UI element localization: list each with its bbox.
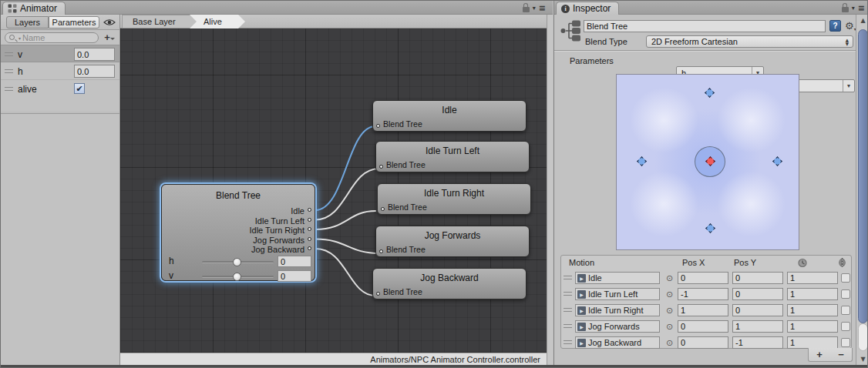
input-port-icon[interactable] <box>376 124 380 128</box>
mirror-checkbox[interactable] <box>841 338 850 347</box>
inspector-tab[interactable]: i Inspector <box>556 2 619 15</box>
blend-tree-name-input[interactable]: Blend Tree <box>584 20 826 32</box>
lock-icon[interactable] <box>842 7 849 12</box>
speed-field[interactable]: 1 <box>787 272 838 284</box>
parameter-checkbox[interactable]: ✔ <box>74 83 85 94</box>
scrollbar-thumb[interactable] <box>858 29 868 323</box>
search-input[interactable]: ▾ Name <box>5 32 99 43</box>
wire-idle-turn-right[interactable] <box>315 211 375 229</box>
speed-field[interactable]: 1 <box>787 320 838 333</box>
output-port-icon[interactable] <box>308 227 311 231</box>
mirror-checkbox[interactable] <box>841 273 850 283</box>
breadcrumb-alive[interactable]: Alive <box>190 15 245 28</box>
graph-vertical-scrollbar[interactable] <box>547 15 553 365</box>
output-port-icon[interactable] <box>308 208 311 212</box>
pos-x-field[interactable]: -1 <box>678 288 728 300</box>
parameter-row-h[interactable]: h 0.0 <box>1 62 119 80</box>
blend-point-jog-backward[interactable] <box>705 223 715 233</box>
output-port-icon[interactable] <box>308 218 311 222</box>
add-motion-button[interactable]: + <box>816 349 823 360</box>
motion-object-field[interactable]: ▶ Idle Turn Left <box>575 288 660 300</box>
input-port-icon[interactable] <box>379 165 383 169</box>
object-picker-icon[interactable]: ⊙ <box>666 322 673 332</box>
speed-field[interactable]: 1 <box>787 304 838 316</box>
slider-value-field[interactable]: 0 <box>278 270 311 282</box>
drag-handle-icon[interactable] <box>5 52 13 56</box>
motion-node-idle[interactable]: Idle Blend Tree <box>372 100 527 132</box>
drag-handle-icon[interactable] <box>564 308 572 312</box>
speed-field[interactable]: 1 <box>787 336 838 349</box>
object-picker-icon[interactable]: ⊙ <box>666 273 673 283</box>
slider-knob[interactable] <box>233 273 241 281</box>
pos-x-field[interactable]: 1 <box>678 304 728 316</box>
speed-field[interactable]: 1 <box>787 288 838 300</box>
input-port-icon[interactable] <box>376 292 380 296</box>
pos-y-field[interactable]: 1 <box>732 320 783 333</box>
window-menu-icon[interactable]: ≡ <box>539 3 545 13</box>
input-port-icon[interactable] <box>381 207 385 211</box>
blend-type-dropdown[interactable]: 2D Freeform Cartesian ▲▼ <box>646 35 853 48</box>
search-filter-caret-icon[interactable]: ▾ <box>19 35 21 41</box>
input-port-icon[interactable] <box>379 249 383 253</box>
drag-handle-icon[interactable] <box>5 87 13 91</box>
motion-node-idle-turn-left[interactable]: Idle Turn Left Blend Tree <box>375 141 530 172</box>
motion-node-jog-backward[interactable]: Jog Backward Blend Tree <box>372 268 527 299</box>
parameter-value-field[interactable]: 0.0 <box>74 48 115 61</box>
drag-handle-icon[interactable] <box>564 276 572 279</box>
slider-value-field[interactable]: 0 <box>278 256 311 267</box>
blend-point-idle-turn-right[interactable] <box>772 156 782 166</box>
tab-parameters[interactable]: Parameters <box>49 16 99 28</box>
mirror-checkbox[interactable] <box>841 306 850 315</box>
blend-point-jog-forwards[interactable] <box>705 88 715 98</box>
drag-handle-icon[interactable] <box>5 69 13 73</box>
mirror-checkbox[interactable] <box>841 289 850 299</box>
help-icon[interactable]: ? <box>829 20 841 32</box>
pos-x-field[interactable]: 0 <box>678 320 728 333</box>
blend-tree-node[interactable]: Blend Tree Idle Idle Turn Left Idle Turn… <box>161 184 315 281</box>
scrollbar-track[interactable] <box>858 323 868 351</box>
motion-node-idle-turn-right[interactable]: Idle Turn Right Blend Tree <box>377 183 531 215</box>
pos-x-field[interactable]: 0 <box>678 336 728 349</box>
blend-space-diagram[interactable] <box>616 74 799 250</box>
motion-object-field[interactable]: ▶ Idle Turn Right <box>575 304 660 316</box>
gear-icon[interactable]: ⚙ ▾ <box>845 21 856 32</box>
pos-y-field[interactable]: 0 <box>732 272 783 284</box>
blend-point-idle-turn-left[interactable] <box>637 156 647 166</box>
eye-icon[interactable] <box>102 17 117 28</box>
scroll-up-icon[interactable]: ▲ <box>856 17 868 24</box>
pos-y-field[interactable]: 0 <box>732 304 783 316</box>
output-port-icon[interactable] <box>308 246 311 250</box>
parameter-value-field[interactable]: 0.0 <box>74 65 115 78</box>
scroll-down-icon[interactable]: ▼ <box>856 356 868 363</box>
graph-canvas[interactable]: Blend Tree Idle Idle Turn Left Idle Turn… <box>120 28 547 353</box>
motion-object-field[interactable]: ▶ Jog Forwards <box>575 320 660 333</box>
drag-handle-icon[interactable] <box>564 324 572 328</box>
chevron-down-icon[interactable]: ▾ <box>852 5 855 12</box>
mirror-checkbox[interactable] <box>841 322 850 331</box>
add-parameter-button[interactable]: + <box>103 32 116 43</box>
lock-icon[interactable] <box>523 7 530 12</box>
drag-handle-icon[interactable] <box>564 340 572 344</box>
pos-y-field[interactable]: 0 <box>732 288 783 300</box>
chevron-down-icon[interactable]: ▾ <box>533 5 536 12</box>
parameter-row-v[interactable]: v 0.0 <box>1 45 119 62</box>
parameter-row-alive[interactable]: alive ✔ <box>1 80 119 98</box>
pos-y-field[interactable]: -1 <box>732 336 783 349</box>
motion-object-field[interactable]: ▶ Jog Backward <box>575 336 660 349</box>
output-port-icon[interactable] <box>308 237 311 241</box>
tab-layers[interactable]: Layers <box>6 16 49 28</box>
animator-tab[interactable]: Animator <box>2 2 66 15</box>
breadcrumb-base-layer[interactable]: Base Layer <box>122 15 202 28</box>
wire-jog-backward[interactable] <box>315 249 375 296</box>
wire-idle-turn-left[interactable] <box>315 169 379 220</box>
object-picker-icon[interactable]: ⊙ <box>666 289 673 299</box>
object-picker-icon[interactable]: ⊙ <box>666 338 673 348</box>
motion-node-jog-forwards[interactable]: Jog Forwards Blend Tree <box>375 226 530 257</box>
window-menu-icon[interactable]: ≡ <box>858 3 864 13</box>
object-picker-icon[interactable]: ⊙ <box>666 306 673 316</box>
drag-handle-icon[interactable] <box>564 292 572 296</box>
motion-object-field[interactable]: ▶ Idle <box>575 272 660 284</box>
pos-x-field[interactable]: 0 <box>678 272 728 284</box>
remove-motion-button[interactable]: − <box>838 349 844 360</box>
inspector-scrollbar[interactable]: ▲ ▼ <box>856 15 868 365</box>
